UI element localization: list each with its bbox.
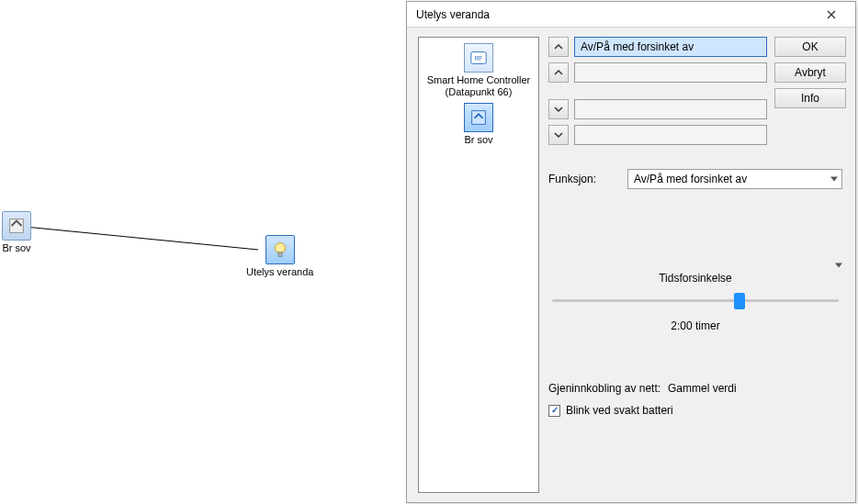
slot2-arrow[interactable] bbox=[548, 62, 569, 83]
info-button[interactable]: Info bbox=[774, 88, 846, 108]
delay-value: 2:00 timer bbox=[548, 319, 842, 332]
close-icon bbox=[827, 10, 836, 19]
dialog-title: Utelys veranda bbox=[416, 8, 813, 21]
delay-label: Tidsforsinkelse bbox=[548, 272, 842, 285]
function-label: Funksjon: bbox=[548, 173, 627, 185]
chevron-down-icon bbox=[554, 130, 563, 140]
slot4[interactable] bbox=[574, 125, 767, 145]
svg-text:RF: RF bbox=[475, 55, 483, 62]
lightbulb-icon bbox=[265, 235, 295, 264]
tree-switch-label: Br sov bbox=[464, 134, 492, 146]
svg-rect-3 bbox=[278, 252, 282, 257]
slot3[interactable] bbox=[574, 99, 767, 119]
function-value: Av/På med forsinket av bbox=[634, 173, 747, 185]
cancel-button[interactable]: Avbryt bbox=[774, 62, 846, 83]
chevron-up-icon bbox=[554, 68, 563, 77]
svg-rect-8 bbox=[472, 111, 486, 125]
close-button[interactable] bbox=[813, 5, 850, 25]
node-switch[interactable]: Br sov bbox=[2, 211, 31, 253]
blink-checkbox[interactable]: ✓ Blink ved svakt batteri bbox=[548, 404, 842, 417]
ok-button[interactable]: OK bbox=[774, 37, 846, 57]
tree-controller-label: Smart Home Controller (Datapunkt 66) bbox=[427, 74, 530, 97]
chevron-up-icon bbox=[554, 42, 563, 51]
slot4-arrow[interactable] bbox=[548, 125, 569, 145]
wire-line bbox=[0, 0, 404, 504]
node-light-label: Utelys veranda bbox=[246, 266, 313, 277]
properties-dialog: Utelys veranda RF Smart Home Controller … bbox=[406, 1, 856, 503]
dialog-titlebar[interactable]: Utelys veranda bbox=[407, 2, 855, 28]
svg-point-2 bbox=[275, 243, 285, 253]
node-light[interactable]: Utelys veranda bbox=[246, 235, 313, 277]
slot3-arrow[interactable] bbox=[548, 99, 569, 119]
function-select[interactable]: Av/På med forsinket av bbox=[627, 169, 842, 189]
chevron-down-icon bbox=[830, 177, 838, 182]
tree-controller[interactable]: RF Smart Home Controller (Datapunkt 66) bbox=[427, 43, 530, 97]
node-switch-label: Br sov bbox=[2, 242, 30, 253]
slot2[interactable] bbox=[574, 62, 767, 83]
blink-label: Blink ved svakt batteri bbox=[566, 404, 673, 417]
reconnect-select[interactable]: Gammel verdi bbox=[668, 382, 842, 395]
switch-icon bbox=[2, 211, 31, 241]
controller-icon: RF bbox=[464, 43, 493, 73]
slider-thumb[interactable] bbox=[734, 293, 745, 309]
checkbox-box: ✓ bbox=[548, 405, 560, 417]
reconnect-label: Gjeninnkobling av nett: bbox=[548, 382, 668, 395]
slider-track bbox=[552, 299, 839, 302]
chevron-down-icon bbox=[554, 105, 563, 114]
reconnect-value: Gammel verdi bbox=[668, 382, 737, 395]
delay-slider[interactable] bbox=[548, 290, 842, 310]
device-tree[interactable]: RF Smart Home Controller (Datapunkt 66) … bbox=[418, 37, 539, 493]
slot1-arrow[interactable] bbox=[548, 37, 569, 57]
slot1[interactable]: Av/På med forsinket av bbox=[574, 37, 767, 57]
svg-line-0 bbox=[25, 227, 258, 250]
tree-switch[interactable]: Br sov bbox=[464, 103, 493, 146]
chevron-down-icon bbox=[835, 263, 842, 267]
tree-switch-icon bbox=[464, 103, 493, 132]
